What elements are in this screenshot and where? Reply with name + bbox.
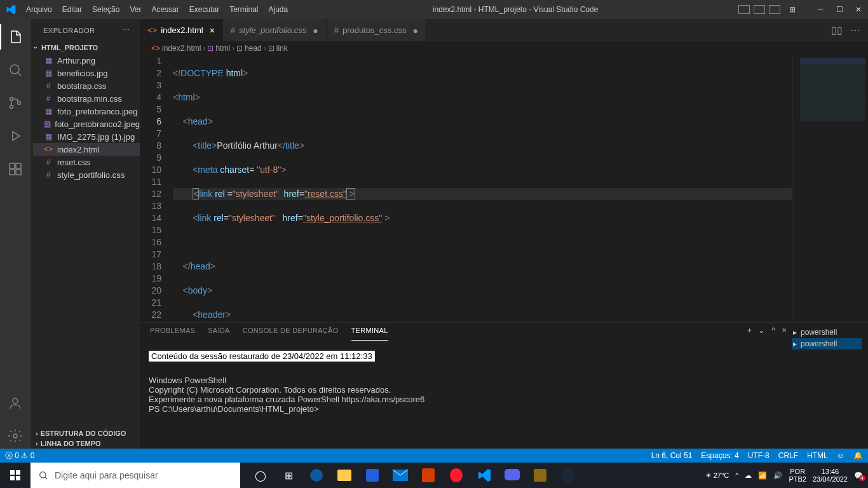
- svg-point-9: [13, 434, 17, 438]
- weather-widget[interactable]: ☀ 27°C: [705, 471, 729, 480]
- svg-rect-6: [16, 170, 21, 175]
- language-indicator[interactable]: PORPTB2: [789, 468, 806, 483]
- file-item[interactable]: #style_portifolio.css: [33, 168, 140, 181]
- new-terminal-icon[interactable]: +: [747, 325, 752, 335]
- outline-section[interactable]: ›ESTRUTURA DO CÓDIGO: [31, 428, 140, 438]
- activity-bar: [0, 19, 31, 449]
- tray-chevron-icon[interactable]: ^: [735, 471, 738, 479]
- panel-tab-output[interactable]: SAÍDA: [208, 327, 230, 341]
- notification-center-icon[interactable]: 💬4: [854, 471, 863, 480]
- volume-icon[interactable]: 🔊: [773, 471, 782, 480]
- file-item[interactable]: ▦foto_pretobranco2.jpeg: [33, 118, 140, 130]
- wifi-icon[interactable]: 📶: [758, 471, 767, 480]
- source-control-icon[interactable]: [0, 90, 31, 116]
- menu-bar: Arquivo Editar Seleção Ver Acessar Execu…: [22, 5, 292, 14]
- file-item[interactable]: #bootstrap.css: [33, 79, 140, 92]
- terminal-item[interactable]: ▸powershell: [792, 327, 862, 338]
- tab-produtos[interactable]: #produtos_css.css●: [327, 19, 426, 41]
- edge-icon[interactable]: [304, 463, 329, 488]
- status-eol[interactable]: CRLF: [778, 451, 798, 460]
- svg-point-8: [13, 398, 18, 403]
- maximize-panel-icon[interactable]: ^: [771, 325, 775, 335]
- close-tab-icon[interactable]: ×: [210, 25, 215, 36]
- search-icon[interactable]: [0, 57, 31, 83]
- menu-editar[interactable]: Editar: [58, 5, 86, 14]
- mail-icon[interactable]: [388, 463, 413, 488]
- steam-icon[interactable]: [555, 463, 581, 488]
- app-icon[interactable]: [527, 463, 553, 488]
- office-icon[interactable]: [416, 463, 441, 488]
- taskview-icon[interactable]: ◯: [248, 463, 273, 488]
- minimize-button[interactable]: ─: [811, 5, 830, 14]
- dirty-indicator-icon: ●: [412, 25, 417, 36]
- accounts-icon[interactable]: [0, 390, 31, 416]
- terminal-item[interactable]: ▸powershell: [792, 338, 862, 349]
- svg-point-1: [10, 98, 13, 101]
- opera-icon[interactable]: [444, 463, 469, 488]
- extensions-icon[interactable]: [0, 156, 31, 182]
- menu-executar[interactable]: Executar: [185, 5, 224, 14]
- menu-acessar[interactable]: Acessar: [147, 5, 183, 14]
- svg-point-3: [18, 102, 21, 105]
- panel-tab-problems[interactable]: PROBLEMAS: [150, 327, 195, 341]
- svg-rect-12: [10, 476, 15, 480]
- timeline-section[interactable]: ›LINHA DO TEMPO: [31, 438, 140, 449]
- code-editor[interactable]: 12345678910111213141516171819202122 <!DO…: [140, 55, 868, 322]
- file-item[interactable]: ▦foto_pretobranco.jpeg: [33, 105, 140, 118]
- vscode-logo-icon: [0, 4, 22, 15]
- menu-selecao[interactable]: Seleção: [88, 5, 124, 14]
- onedrive-icon[interactable]: ☁: [745, 471, 752, 480]
- explorer-app-icon[interactable]: [332, 463, 357, 488]
- status-language[interactable]: HTML: [807, 451, 828, 460]
- close-button[interactable]: ✕: [849, 5, 868, 14]
- store-icon[interactable]: [360, 463, 385, 488]
- minimap[interactable]: [792, 55, 868, 322]
- vscode-app-icon[interactable]: [471, 463, 497, 488]
- run-debug-icon[interactable]: [0, 123, 31, 149]
- taskbar-apps: ◯ ⊞: [248, 463, 581, 488]
- file-item[interactable]: <>index2.html: [33, 143, 140, 156]
- svg-point-14: [40, 472, 46, 478]
- status-encoding[interactable]: UTF-8: [748, 451, 770, 460]
- sidebar-more-icon[interactable]: ⋯: [123, 26, 130, 34]
- discord-icon[interactable]: [499, 463, 525, 488]
- sidebar-title: EXPLORADOR: [43, 27, 95, 34]
- file-item[interactable]: #reset.css: [33, 156, 140, 168]
- panel-tab-terminal[interactable]: TERMINAL: [351, 327, 388, 341]
- close-panel-icon[interactable]: ×: [782, 325, 787, 335]
- taskbar-search[interactable]: Digite aqui para pesquisar: [31, 463, 240, 488]
- menu-arquivo[interactable]: Arquivo: [22, 5, 57, 14]
- file-item[interactable]: ▦IMG_2275.jpg (1).jpg: [33, 130, 140, 143]
- settings-icon[interactable]: [0, 423, 31, 449]
- menu-terminal[interactable]: Terminal: [225, 5, 262, 14]
- maximize-button[interactable]: ☐: [830, 5, 849, 14]
- terminal-dropdown-icon[interactable]: ⌄: [758, 325, 765, 335]
- file-item[interactable]: ▦beneficios.jpg: [33, 67, 140, 79]
- dirty-indicator-icon: ●: [313, 25, 318, 36]
- svg-point-23: [561, 468, 575, 482]
- panel-tabs: PROBLEMAS SAÍDA CONSOLE DE DEPURAÇÃO TER…: [140, 323, 792, 341]
- explorer-icon[interactable]: [0, 24, 31, 50]
- menu-ajuda[interactable]: Ajuda: [264, 5, 293, 14]
- clock[interactable]: 13:4623/04/2022: [813, 468, 848, 483]
- status-errors[interactable]: ⓧ 0 ⚠ 0: [5, 451, 34, 461]
- terminal-content[interactable]: Conteúdo da sessão restaurado de 23/04/2…: [140, 341, 792, 449]
- feedback-icon[interactable]: ☺: [837, 451, 844, 460]
- tab-style[interactable]: #style_portifolio.css●: [223, 19, 327, 41]
- more-actions-icon[interactable]: ⋯: [850, 24, 860, 36]
- menu-ver[interactable]: Ver: [125, 5, 146, 14]
- project-header[interactable]: HTML_PROJETO: [31, 41, 140, 54]
- notifications-icon[interactable]: 🔔: [853, 451, 863, 460]
- status-spaces[interactable]: Espaços: 4: [701, 451, 738, 460]
- tab-index2[interactable]: <>index2.html×: [140, 19, 223, 41]
- split-editor-icon[interactable]: ▯▯: [831, 24, 843, 36]
- panel-tab-debug[interactable]: CONSOLE DE DEPURAÇÃO: [243, 327, 339, 341]
- breadcrumb[interactable]: <>index2.html› ⊡html› ⊡head› ⊡link: [140, 41, 868, 55]
- layout-controls[interactable]: ⊞: [738, 5, 801, 14]
- window-title: index2.html - HTML_projeto - Visual Stud…: [292, 5, 738, 14]
- start-button[interactable]: [0, 463, 31, 488]
- taskview2-icon[interactable]: ⊞: [276, 463, 301, 488]
- status-position[interactable]: Ln 6, Col 51: [651, 451, 693, 460]
- file-item[interactable]: #bootstrap.min.css: [33, 92, 140, 105]
- file-item[interactable]: ▦Arthur.png: [33, 54, 140, 67]
